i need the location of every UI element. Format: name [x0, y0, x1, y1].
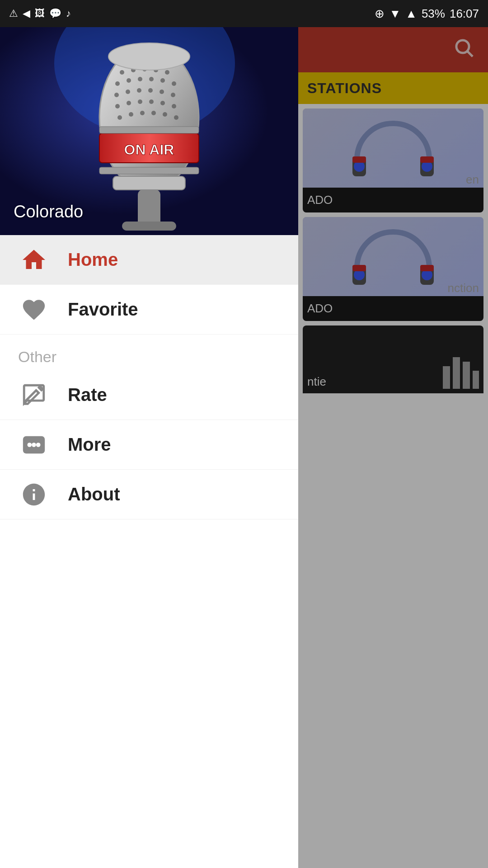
svg-text:ON AIR: ON AIR [124, 142, 174, 158]
notification-icon: ⚠ [9, 8, 18, 19]
svg-point-48 [163, 112, 167, 117]
home-label: Home [68, 250, 118, 270]
svg-point-35 [148, 88, 153, 93]
svg-point-59 [28, 443, 32, 447]
main-content: STATIONS [298, 27, 488, 868]
svg-point-21 [120, 70, 124, 75]
menu-item-rate[interactable]: Rate [0, 370, 298, 420]
svg-rect-57 [113, 176, 185, 190]
svg-point-26 [115, 81, 120, 86]
svg-point-27 [127, 78, 131, 83]
svg-point-36 [160, 90, 164, 94]
wifi-icon: ▼ [389, 7, 401, 21]
more-label: More [68, 434, 111, 455]
svg-point-47 [151, 111, 156, 115]
svg-point-43 [172, 104, 176, 108]
svg-point-32 [114, 93, 119, 97]
svg-point-37 [171, 93, 175, 97]
about-icon [18, 479, 50, 510]
svg-point-49 [174, 115, 178, 120]
music-icon: ♪ [66, 8, 71, 19]
rate-label: Rate [68, 385, 107, 405]
rate-icon [18, 379, 50, 411]
svg-point-44 [117, 115, 122, 120]
svg-point-31 [172, 81, 176, 86]
dim-overlay [298, 27, 488, 868]
svg-point-40 [138, 99, 142, 104]
svg-point-46 [140, 111, 145, 115]
favorite-icon [18, 294, 50, 326]
svg-point-42 [160, 101, 165, 105]
svg-point-39 [127, 101, 131, 105]
svg-rect-55 [99, 127, 199, 133]
app-container: STATIONS [0, 27, 488, 868]
image-icon: 🖼 [35, 8, 45, 19]
hero-label: Colorado [14, 202, 83, 222]
svg-point-38 [115, 104, 120, 108]
svg-point-54 [108, 43, 190, 70]
svg-point-61 [36, 443, 41, 447]
svg-point-29 [149, 77, 154, 81]
time-label: 16:07 [450, 7, 479, 21]
other-section-label: Other [0, 335, 298, 370]
message-icon: 💬 [49, 8, 61, 19]
svg-rect-53 [122, 222, 176, 231]
status-bar-left: ⚠ ◀ 🖼 💬 ♪ [9, 8, 71, 19]
svg-point-45 [129, 112, 133, 117]
more-icon [18, 429, 50, 461]
svg-point-25 [165, 70, 169, 75]
menu-item-about[interactable]: About [0, 470, 298, 519]
drawer: ON AIR Colorado [0, 27, 298, 868]
svg-rect-56 [99, 167, 199, 174]
signal-icon: ▲ [405, 7, 417, 21]
svg-point-33 [126, 90, 130, 94]
menu-item-more[interactable]: More [0, 420, 298, 470]
svg-point-60 [32, 443, 36, 447]
menu-item-home[interactable]: Home [0, 235, 298, 285]
svg-point-28 [138, 77, 142, 81]
back-icon: ◀ [23, 8, 30, 19]
home-icon [18, 244, 50, 276]
favorite-label: Favorite [68, 299, 138, 320]
menu-section: Home Favorite Other [0, 235, 298, 868]
battery-label: 53% [422, 7, 445, 21]
svg-point-30 [160, 78, 165, 83]
menu-item-favorite[interactable]: Favorite [0, 285, 298, 335]
svg-rect-52 [138, 190, 160, 226]
status-bar-right: ⊕ ▼ ▲ 53% 16:07 [375, 7, 479, 21]
add-icon: ⊕ [375, 7, 385, 21]
svg-point-41 [149, 99, 154, 104]
svg-point-34 [137, 88, 141, 93]
hero-image: ON AIR Colorado [0, 27, 298, 235]
about-label: About [68, 484, 120, 505]
status-bar: ⚠ ◀ 🖼 💬 ♪ ⊕ ▼ ▲ 53% 16:07 [0, 0, 488, 27]
